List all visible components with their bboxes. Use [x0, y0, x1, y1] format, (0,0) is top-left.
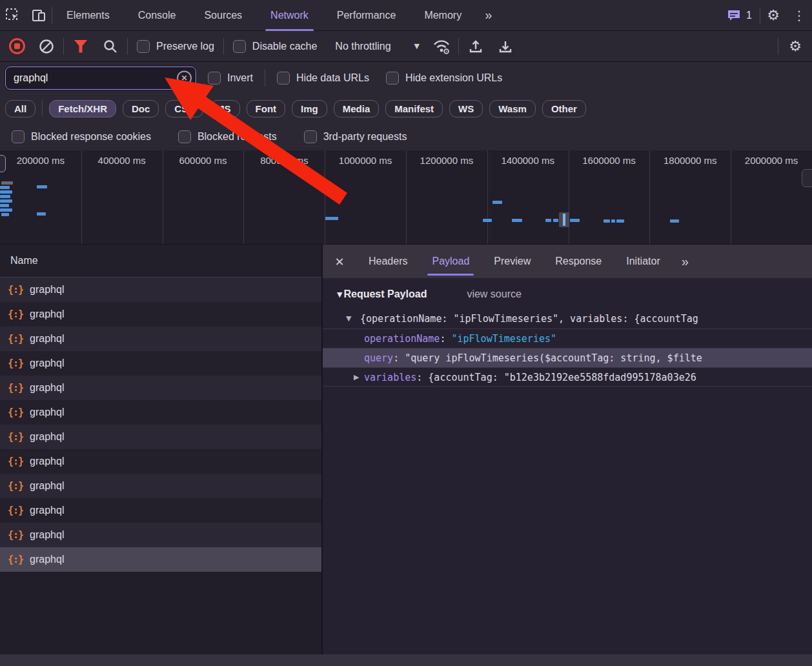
- details-tab-initiator[interactable]: Initiator: [614, 245, 672, 278]
- divider: [778, 38, 778, 55]
- throttling-dropdown[interactable]: No throttling ▼: [326, 41, 425, 52]
- filter-chip-all[interactable]: All: [5, 100, 36, 117]
- clear-filter-icon[interactable]: ✕: [177, 70, 192, 85]
- bottom-scrollbar-track[interactable]: [0, 654, 812, 666]
- request-options-row: Blocked response cookies Blocked request…: [0, 123, 812, 150]
- payload-row-0[interactable]: ▼{operationName: "ipFlowTimeseries", var…: [323, 309, 812, 328]
- waterfall-bar: [563, 214, 565, 226]
- tab-console[interactable]: Console: [124, 0, 190, 31]
- request-row-4[interactable]: {:}graphql: [0, 376, 321, 400]
- invert-toggle[interactable]: Invert: [203, 72, 258, 85]
- filter-input[interactable]: graphql ✕: [5, 66, 196, 90]
- hide-data-urls-checkbox[interactable]: [277, 72, 290, 85]
- tab-sources[interactable]: Sources: [190, 0, 256, 31]
- request-row-1[interactable]: {:}graphql: [0, 302, 321, 327]
- filter-chip-other[interactable]: Other: [542, 100, 586, 117]
- third-party-requests-toggle[interactable]: 3rd-party requests: [299, 130, 412, 143]
- settings-gear-icon[interactable]: ⚙: [760, 3, 786, 28]
- expanded-triangle-icon[interactable]: ▼: [346, 309, 351, 328]
- search-icon[interactable]: [97, 34, 123, 59]
- more-tabs-icon[interactable]: »: [476, 8, 500, 23]
- details-tab-response[interactable]: Response: [543, 245, 614, 278]
- third-party-requests-checkbox[interactable]: [304, 130, 317, 143]
- network-settings-gear-icon[interactable]: ⚙: [782, 34, 808, 59]
- filter-chip-font[interactable]: Font: [247, 100, 285, 117]
- request-row-7[interactable]: {:}graphql: [0, 449, 321, 474]
- request-row-11[interactable]: {:}graphql: [0, 547, 321, 572]
- request-row-6[interactable]: {:}graphql: [0, 425, 321, 449]
- json-braces-icon: {:}: [8, 480, 23, 492]
- collapsed-triangle-icon[interactable]: ▶: [354, 368, 359, 387]
- invert-checkbox[interactable]: [208, 72, 221, 85]
- filter-icon[interactable]: [68, 34, 94, 59]
- payload-row-1[interactable]: operationName: "ipFlowTimeseries": [323, 328, 812, 348]
- filter-chip-css[interactable]: CSS: [165, 100, 203, 117]
- request-row-2[interactable]: {:}graphql: [0, 327, 321, 351]
- hide-data-urls-toggle[interactable]: Hide data URLs: [272, 72, 374, 85]
- devtools-tabbar: Elements Console Sources Network Perform…: [0, 0, 812, 31]
- request-row-0[interactable]: {:}graphql: [0, 278, 321, 302]
- request-row-9[interactable]: {:}graphql: [0, 498, 321, 523]
- tab-memory[interactable]: Memory: [410, 0, 476, 31]
- tab-network[interactable]: Network: [256, 0, 323, 31]
- network-conditions-icon[interactable]: [429, 34, 454, 59]
- request-row-10[interactable]: {:}graphql: [0, 523, 321, 547]
- issues-counter[interactable]: 1: [719, 9, 760, 22]
- dropdown-caret-icon: ▼: [414, 42, 420, 50]
- overview-right-handle[interactable]: [802, 169, 812, 187]
- filter-chip-js[interactable]: JS: [210, 100, 239, 117]
- blocked-requests-toggle[interactable]: Blocked requests: [173, 130, 282, 143]
- kebab-menu-icon[interactable]: ⋮: [786, 3, 812, 28]
- filter-chip-fetch-xhr[interactable]: Fetch/XHR: [49, 100, 116, 117]
- payload-row-2[interactable]: query: "query ipFlowTimeseries($accountT…: [323, 348, 812, 367]
- timeline-tick-label: 800000 ms: [243, 155, 325, 168]
- network-overview-timeline[interactable]: 200000 ms400000 ms600000 ms800000 ms1000…: [0, 150, 812, 245]
- view-source-link[interactable]: view source: [467, 288, 521, 300]
- filter-chip-wasm[interactable]: Wasm: [489, 100, 536, 117]
- record-network-log-icon[interactable]: [4, 34, 30, 59]
- timeline-tick-label: 600000 ms: [163, 155, 244, 168]
- request-name: graphql: [30, 431, 64, 443]
- filter-chip-doc[interactable]: Doc: [123, 100, 159, 117]
- timeline-gridline: [163, 150, 163, 244]
- clear-network-log-icon[interactable]: [34, 34, 59, 59]
- blocked-response-cookies-checkbox[interactable]: [12, 130, 25, 143]
- request-row-3[interactable]: {:}graphql: [0, 351, 321, 376]
- close-details-icon[interactable]: ✕: [323, 255, 356, 268]
- preserve-log-toggle[interactable]: Preserve log: [132, 40, 219, 53]
- waterfall-bar: [0, 186, 10, 189]
- filter-row: graphql ✕ Invert Hide data URLs Hide ext…: [0, 62, 812, 94]
- payload-row-3[interactable]: ▶variables: {accountTag: "b12e3b2192ee55…: [323, 367, 812, 387]
- hide-extension-urls-checkbox[interactable]: [386, 72, 399, 85]
- hide-extension-urls-toggle[interactable]: Hide extension URLs: [381, 72, 507, 85]
- tab-elements[interactable]: Elements: [52, 0, 124, 31]
- blocked-requests-checkbox[interactable]: [178, 130, 191, 143]
- tab-performance[interactable]: Performance: [323, 0, 411, 31]
- device-toolbar-icon[interactable]: [26, 3, 52, 28]
- details-tabbar: ✕ HeadersPayloadPreviewResponseInitiator…: [323, 245, 812, 278]
- payload-value: "query ipFlowTimeseries($accountTag: str…: [405, 352, 702, 364]
- details-tab-headers[interactable]: Headers: [356, 245, 420, 278]
- filter-chip-media[interactable]: Media: [334, 100, 380, 117]
- export-har-icon[interactable]: [492, 34, 518, 59]
- inspect-element-icon[interactable]: [0, 3, 26, 28]
- request-payload-section[interactable]: ▼ Request Payload view source: [323, 278, 812, 303]
- details-tab-payload[interactable]: Payload: [420, 245, 482, 278]
- preserve-log-checkbox[interactable]: [137, 40, 150, 53]
- details-more-tabs-icon[interactable]: »: [673, 254, 696, 269]
- disable-cache-checkbox[interactable]: [233, 40, 246, 53]
- name-column-header[interactable]: Name: [0, 245, 321, 278]
- request-list: {:}graphql{:}graphql{:}graphql{:}graphql…: [0, 278, 321, 572]
- request-row-5[interactable]: {:}graphql: [0, 400, 321, 425]
- import-har-icon[interactable]: [463, 34, 489, 59]
- filter-chip-ws[interactable]: WS: [449, 100, 483, 117]
- waterfall-bar: [1, 213, 9, 216]
- waterfall-bar: [0, 208, 12, 212]
- filter-chip-manifest[interactable]: Manifest: [385, 100, 443, 117]
- disable-cache-toggle[interactable]: Disable cache: [228, 40, 323, 53]
- blocked-response-cookies-toggle[interactable]: Blocked response cookies: [6, 130, 156, 143]
- disable-cache-label: Disable cache: [252, 41, 318, 52]
- filter-chip-img[interactable]: Img: [292, 100, 327, 117]
- request-row-8[interactable]: {:}graphql: [0, 474, 321, 498]
- details-tab-preview[interactable]: Preview: [482, 245, 543, 278]
